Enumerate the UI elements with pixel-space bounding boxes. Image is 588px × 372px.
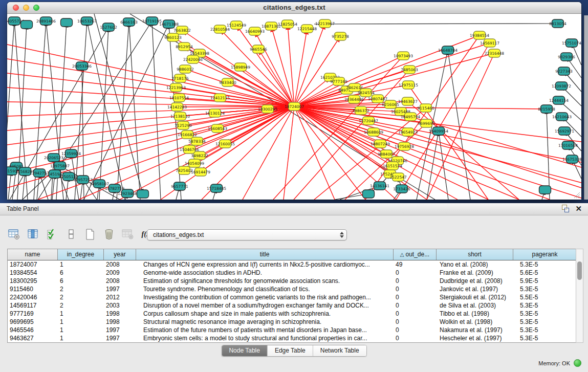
table-row[interactable]: 1456911722003Disruption of a novel membe… (8, 301, 576, 310)
tab-node-table[interactable]: Node Table (222, 345, 268, 356)
table-scrollbar-thumb[interactable] (577, 261, 582, 280)
table-row[interactable]: 946362711997Embryonic stem cells: a mode… (8, 334, 576, 342)
graph-node-label: 19756928 (395, 144, 414, 149)
cell-out_degree: 0 (394, 301, 437, 310)
graph-node-label: 1733426 (393, 187, 410, 191)
graph-node-label: 15692971 (555, 129, 574, 134)
graph-node-label: 20891406 (36, 19, 56, 24)
graph-edge (448, 50, 470, 200)
graph-node-label: 17016504 (558, 143, 578, 148)
table-row[interactable]: 1830029562008Estimation of significance … (8, 277, 576, 285)
dropdown-stepper-icon (337, 230, 346, 240)
new-column-icon[interactable] (83, 227, 97, 242)
column-header-title[interactable]: title (136, 249, 394, 260)
graph-node-label: 10973493 (394, 54, 413, 58)
table-row[interactable]: 969969511998Structural magnetic resonanc… (8, 318, 576, 326)
graph-node-label: 12138110 (170, 114, 190, 119)
graph-node-label: 19166822 (178, 133, 197, 137)
table-select-value: citations_edges.txt (147, 231, 337, 238)
graph-node-label: 16782759 (105, 186, 124, 191)
graph-edge (152, 21, 161, 200)
tab-edge-table[interactable]: Edge Table (268, 345, 313, 356)
graph-node-t4[interactable] (61, 18, 73, 27)
graph-node-label: 12975115 (399, 83, 418, 87)
graph-edge (87, 21, 125, 200)
cell-year: 2009 (104, 269, 136, 277)
cell-year: 2012 (104, 293, 136, 301)
graph-node-label: 12093872 (552, 84, 571, 89)
network-canvas[interactable]: 1872400714055724208914061065326715276026… (7, 14, 581, 200)
graph-node-label: 19384554 (470, 33, 489, 38)
cell-name: 18724007 (8, 260, 58, 269)
cell-year: 2003 (104, 301, 136, 310)
table-row[interactable]: 911546021997Tourette syndrome. Phenomeno… (8, 285, 576, 293)
column-header-year[interactable]: year (104, 249, 136, 260)
table-mode-icon[interactable] (64, 227, 78, 242)
graph-edge (294, 106, 581, 183)
cell-out_degree: 0 (394, 310, 437, 318)
cell-title: Structural magnetic resonance image aver… (136, 318, 394, 326)
delete-column-icon[interactable] (102, 227, 116, 242)
row-selection-icon[interactable] (45, 227, 59, 242)
graph-node-label: 15046766 (180, 147, 199, 152)
graph-edge (314, 24, 558, 24)
tab-network-table[interactable]: Network Table (313, 345, 366, 356)
graph-node-label: 7485063 (401, 68, 418, 72)
graph-node-label: 8813054 (549, 21, 567, 26)
graph-node-label: 16409954 (429, 129, 448, 134)
table-select-dropdown[interactable]: citations_edges.txt (147, 229, 347, 240)
column-visibility-icon[interactable] (26, 227, 40, 242)
graph-node-label: 16640993 (245, 29, 265, 34)
cell-title: Estimation of the future numbers of pati… (136, 326, 394, 334)
table-row[interactable]: 977716911998Corpus callosum shape and si… (8, 310, 576, 318)
column-header-out_degree[interactable]: △out_de... (394, 249, 437, 260)
network-graph[interactable]: 1872400714055724208914061065326715276026… (7, 14, 581, 200)
table-settings-icon[interactable] (7, 227, 21, 242)
cell-title: Tourette syndrome. Phenomenology and cla… (136, 285, 394, 293)
graph-node-label: 15898949 (231, 65, 250, 70)
cell-out_degree: 49 (394, 260, 437, 269)
table-panel-title: Table Panel (7, 205, 39, 212)
table-row[interactable]: 946554611997Estimation of the future num… (8, 326, 576, 334)
float-panel-icon[interactable] (561, 205, 569, 212)
cell-title: Estimation of significance thresholds fo… (136, 277, 394, 285)
graph-node-label: 2718176 (171, 76, 189, 81)
graph-node-label: 16130124 (205, 111, 225, 116)
graph-node-t2[interactable] (21, 20, 33, 29)
column-header-name[interactable]: name (8, 249, 58, 260)
graph-node-t23[interactable] (539, 186, 551, 194)
memory-status-light (574, 359, 581, 367)
cell-year: 1997 (104, 326, 136, 334)
table-row[interactable]: 1938455462009Genome-wide association stu… (8, 269, 576, 277)
resize-grip-icon[interactable] (573, 191, 580, 199)
graph-node-label: 7125290 (175, 123, 192, 128)
cell-short: Wolkin et al. (1998) (437, 318, 513, 326)
cell-year: 1998 (104, 318, 136, 326)
cell-name: 9777169 (8, 310, 58, 318)
close-panel-icon[interactable]: ✕ (575, 205, 582, 212)
cell-title: Changes of HCN gene expression and I(f) … (136, 260, 394, 269)
graph-node-label: 9465546 (250, 47, 267, 52)
table-row[interactable]: 2242004622012Investigating the contribut… (8, 293, 576, 301)
cell-pagerank: 5.3E-5 (513, 260, 576, 269)
window-titlebar[interactable]: citations_edges.txt (7, 2, 581, 14)
window-title: citations_edges.txt (7, 4, 581, 11)
graph-node-label: 8215958 (538, 107, 555, 112)
cell-out_degree: 0 (394, 334, 437, 342)
cell-pagerank: 5.9E-5 (513, 277, 576, 285)
column-header-pagerank[interactable]: pagerank (513, 249, 576, 260)
cell-name: 22420046 (8, 293, 58, 301)
column-header-in_degree[interactable]: in_degree (58, 249, 104, 260)
column-header-short[interactable]: short (437, 249, 513, 260)
table-panel-header: Table Panel ✕ (0, 203, 588, 215)
cell-in_degree: 2 (58, 293, 104, 301)
graph-node-t42[interactable] (363, 190, 375, 198)
table-toolbar: f(x) (7, 227, 154, 242)
graph-node-label: 15124549 (227, 23, 246, 28)
cell-pagerank: 5.3E-5 (513, 310, 576, 318)
graph-node-label: 11825054 (278, 22, 297, 27)
graph-node-t37[interactable] (137, 190, 149, 198)
table-row[interactable]: 1872400712008Changes of HCN gene express… (8, 260, 576, 269)
graph-edge (75, 21, 87, 200)
table-scrollbar[interactable] (576, 249, 583, 343)
